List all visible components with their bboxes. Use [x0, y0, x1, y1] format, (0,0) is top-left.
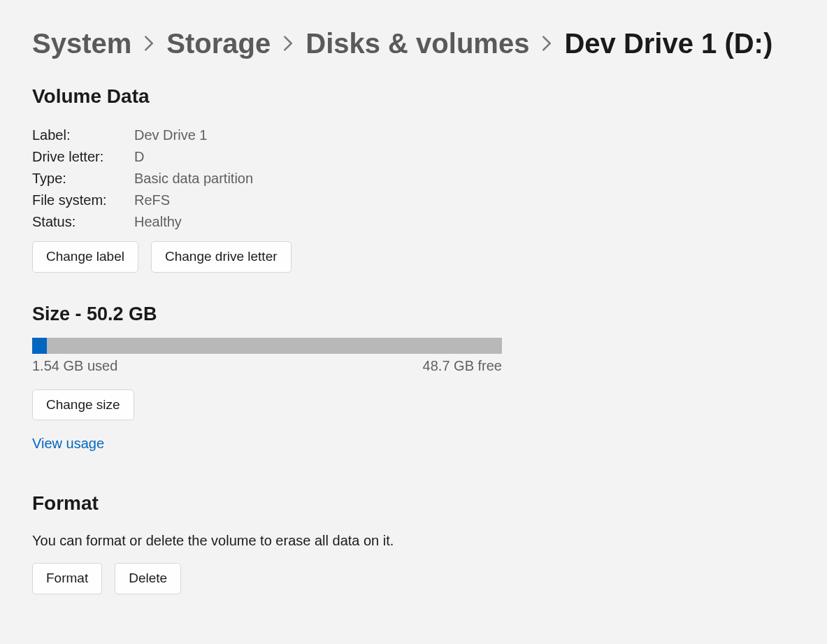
breadcrumb-disks-volumes[interactable]: Disks & volumes — [305, 28, 529, 59]
used-label: 1.54 GB used — [32, 358, 117, 374]
breadcrumb-system[interactable]: System — [32, 28, 131, 59]
breadcrumb-storage[interactable]: Storage — [166, 28, 271, 59]
delete-button[interactable]: Delete — [115, 563, 181, 594]
drive-letter-value: D — [134, 149, 795, 165]
filesystem-key: File system: — [32, 192, 134, 208]
format-header: Format — [32, 492, 795, 515]
free-label: 48.7 GB free — [423, 358, 502, 374]
filesystem-value: ReFS — [134, 192, 795, 208]
type-value: Basic data partition — [134, 171, 795, 187]
storage-usage-bar — [32, 338, 502, 354]
format-description: You can format or delete the volume to e… — [32, 533, 795, 549]
status-key: Status: — [32, 214, 134, 230]
volume-data-grid: Label: Dev Drive 1 Drive letter: D Type:… — [32, 127, 795, 230]
drive-letter-key: Drive letter: — [32, 149, 134, 165]
change-label-button[interactable]: Change label — [32, 241, 138, 273]
label-key: Label: — [32, 127, 134, 143]
change-drive-letter-button[interactable]: Change drive letter — [151, 241, 292, 273]
chevron-right-icon — [144, 36, 154, 51]
volume-data-header: Volume Data — [32, 85, 795, 108]
chevron-right-icon — [283, 36, 293, 51]
format-button[interactable]: Format — [32, 563, 102, 594]
size-header: Size - 50.2 GB — [32, 303, 795, 325]
status-value: Healthy — [134, 214, 795, 230]
progress-track — [32, 338, 502, 354]
progress-fill — [32, 338, 47, 354]
breadcrumb-current: Dev Drive 1 (D:) — [564, 28, 772, 59]
view-usage-link[interactable]: View usage — [32, 436, 104, 452]
type-key: Type: — [32, 171, 134, 187]
chevron-right-icon — [542, 36, 552, 51]
volume-data-buttons: Change label Change drive letter — [32, 241, 795, 273]
format-buttons: Format Delete — [32, 563, 795, 594]
change-size-button[interactable]: Change size — [32, 389, 134, 421]
label-value: Dev Drive 1 — [134, 127, 795, 143]
breadcrumb: System Storage Disks & volumes Dev Drive… — [32, 28, 795, 59]
